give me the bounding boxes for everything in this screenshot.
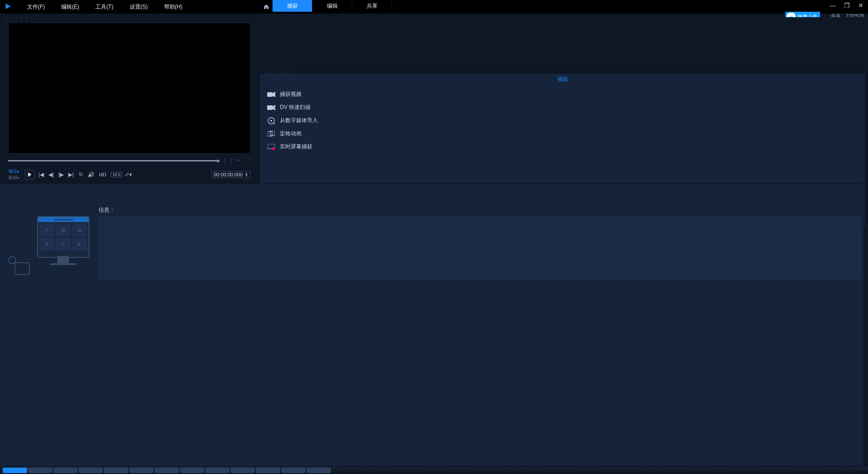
taskbar-item[interactable] (79, 468, 103, 473)
fullscreen-button[interactable]: ⤢▾ (125, 171, 132, 178)
window-restore[interactable]: ❐ (842, 2, 852, 9)
svg-rect-2 (267, 92, 273, 97)
loop-button[interactable]: ↻ (77, 171, 85, 178)
svg-marker-1 (28, 172, 32, 177)
svg-rect-4 (267, 105, 273, 110)
disc-import-icon (267, 118, 275, 124)
clip-thumbnail-strip[interactable] (260, 17, 865, 68)
capture-video-option[interactable]: 捕获视频 (265, 88, 865, 101)
timecode-field[interactable]: 00:00:00:000 ▲▼ (212, 171, 250, 178)
timecode-spinner[interactable]: ▲▼ (245, 172, 248, 177)
taskbar-item[interactable] (307, 468, 331, 473)
menu-help[interactable]: 帮助(H) (156, 0, 191, 14)
mark-out-icon[interactable]: ] (230, 157, 231, 164)
taskbar-item[interactable] (205, 468, 230, 473)
timecode-value: 00:00:00:000 (214, 172, 243, 177)
monitor-icon: VideoStudio ✦▦⛰ ✚☀▶ (37, 216, 90, 258)
mark-in-icon[interactable]: [ (224, 157, 225, 164)
split-clip-icon[interactable]: ✂ (236, 157, 241, 164)
svg-point-11 (272, 147, 275, 150)
screen-capture-option[interactable]: 实时屏幕捕获 (265, 140, 865, 153)
taskbar-item[interactable] (256, 468, 280, 473)
camcorder-illustration-icon (8, 251, 32, 275)
info-content-box (99, 216, 861, 280)
svg-marker-3 (273, 92, 275, 97)
play-icon (28, 172, 32, 177)
stop-motion-icon (267, 131, 275, 137)
mode-project-label: 项目▸ (8, 168, 19, 175)
menu-settings[interactable]: 设置(S) (122, 0, 156, 14)
tab-edit[interactable]: 编辑 (312, 0, 352, 12)
taskbar-item[interactable] (104, 468, 128, 473)
stop-motion-option[interactable]: 定格动画 (265, 127, 865, 140)
taskbar-item[interactable] (180, 468, 204, 473)
capture-item-label: DV 快速扫描 (280, 104, 311, 111)
svg-marker-0 (6, 4, 11, 9)
capture-item-label: 从数字媒体导入 (280, 117, 318, 124)
window-close[interactable]: ✕ (856, 2, 865, 9)
step-back-button[interactable]: ◀| (47, 171, 55, 178)
bottom-pane: 信息： VideoStudio ✦▦⛰ ✚☀▶ (0, 183, 863, 466)
taskbar-item[interactable] (53, 468, 78, 473)
menu-bar: 文件(F) 编辑(E) 工具(T) 设置(S) 帮助(H) 捕获 编辑 共享 —… (0, 0, 868, 14)
aspect-ratio[interactable]: 16:9 (111, 172, 123, 177)
taskbar-item[interactable] (3, 468, 27, 473)
capture-item-label: 实时屏幕捕获 (280, 143, 312, 151)
hd-indicator[interactable]: HD (97, 172, 108, 177)
taskbar-item[interactable] (155, 468, 179, 473)
tab-share[interactable]: 共享 (352, 0, 392, 12)
window-minimize[interactable]: — (828, 2, 838, 9)
scrub-bar[interactable] (8, 160, 218, 161)
taskbar-item[interactable] (28, 468, 52, 473)
preview-pane: [ ] ✂ ⛶ 项目▸ 素材▸ |◀ ◀| |▶ ▶| ↻ 🔊 HD 16:9 … (8, 23, 250, 181)
menu-edit[interactable]: 编辑(E) (53, 0, 87, 14)
home-icon (263, 4, 269, 10)
mode-clip-label: 素材▸ (8, 175, 19, 181)
dv-quickscan-option[interactable]: DV 快速扫描 (265, 101, 865, 114)
tab-capture[interactable]: 捕获 (273, 0, 312, 12)
scrub-row: [ ] ✂ ⛶ (8, 157, 250, 164)
preview-mode-labels[interactable]: 项目▸ 素材▸ (8, 168, 19, 181)
capture-item-label: 捕获视频 (280, 90, 302, 98)
taskbar-item[interactable] (231, 468, 255, 473)
menu-tools[interactable]: 工具(T) (87, 0, 121, 14)
taskbar-item[interactable] (129, 468, 154, 473)
os-taskbar (0, 467, 868, 474)
monitor-title: VideoStudio (38, 217, 89, 222)
capture-illustration: VideoStudio ✦▦⛰ ✚☀▶ (8, 216, 91, 275)
import-digital-media-option[interactable]: 从数字媒体导入 (265, 114, 865, 127)
step-fwd-button[interactable]: |▶ (57, 171, 65, 178)
volume-button[interactable]: 🔊 (87, 171, 94, 178)
go-start-button[interactable]: |◀ (38, 171, 45, 178)
screen-capture-icon (267, 144, 275, 150)
capture-item-label: 定格动画 (280, 130, 302, 137)
camcorder-icon (267, 91, 275, 98)
taskbar-item[interactable] (281, 468, 306, 473)
dv-scan-icon (267, 104, 275, 111)
window-controls: — ❐ ✕ (828, 2, 865, 9)
tab-home[interactable] (260, 0, 273, 14)
playback-controls: 项目▸ 素材▸ |◀ ◀| |▶ ▶| ↻ 🔊 HD 16:9 ⤢▾ 00:00… (8, 168, 250, 181)
capture-panel-title: 捕获 (260, 74, 865, 84)
go-end-button[interactable]: ▶| (67, 171, 75, 178)
app-logo-icon (4, 2, 13, 11)
expand-icon[interactable]: ⛶ (245, 157, 250, 164)
play-button[interactable] (25, 170, 35, 180)
capture-options-list: 捕获视频 DV 快速扫描 从数字媒体导入 定格动画 实时屏幕捕获 (260, 84, 865, 153)
preview-video-area[interactable] (8, 23, 250, 154)
workspace-tabs: 捕获 编辑 共享 (260, 0, 392, 14)
menu-file[interactable]: 文件(F) (19, 0, 53, 14)
panel-grip-top-left[interactable]: ⋮⋮⋮⋮⋮⋮ (3, 15, 36, 22)
info-label: 信息： (99, 206, 115, 214)
svg-point-7 (270, 120, 272, 122)
